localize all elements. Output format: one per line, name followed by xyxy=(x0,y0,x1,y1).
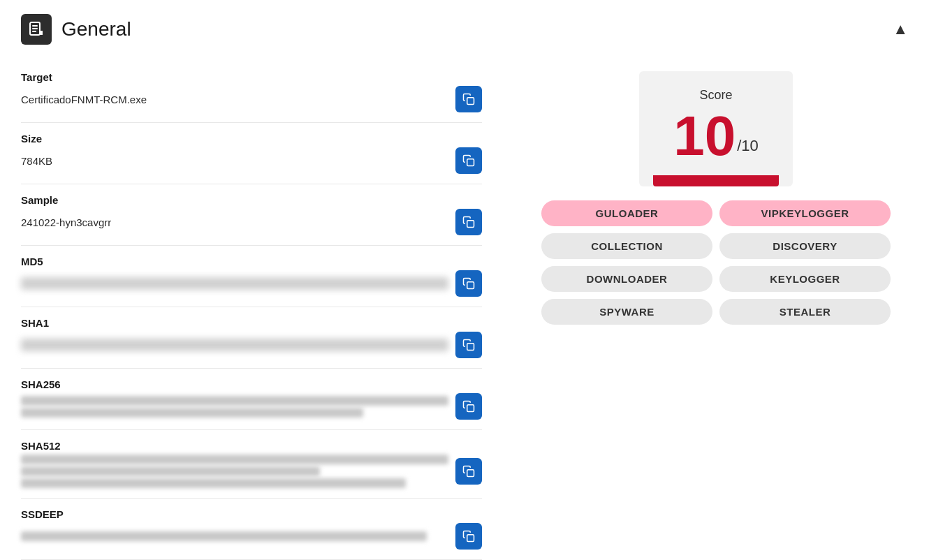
sha1-value xyxy=(21,339,448,351)
svg-rect-8 xyxy=(467,344,474,351)
field-ssdeep: SSDEEP xyxy=(21,499,482,560)
target-row: CertificadoFNMT-RCM.exe xyxy=(21,86,482,112)
field-sha1: SHA1 xyxy=(21,307,482,369)
score-display: 10/10 xyxy=(653,108,779,164)
score-card: Score 10/10 xyxy=(639,71,793,186)
sha1-copy-button[interactable] xyxy=(455,332,482,358)
sample-label: Sample xyxy=(21,194,482,206)
fields-column: Target CertificadoFNMT-RCM.exe Size 784K… xyxy=(21,71,482,560)
tag-stealer: STEALER xyxy=(719,299,891,325)
tag-spyware: SPYWARE xyxy=(541,299,712,325)
svg-rect-7 xyxy=(467,282,474,289)
tag-vipkeylogger: VIPKEYLOGGER xyxy=(719,200,891,226)
tag-guloader: GULOADER xyxy=(541,200,712,226)
tag-downloader: DOWNLOADER xyxy=(541,266,712,292)
sha256-value xyxy=(21,396,448,418)
sample-copy-button[interactable] xyxy=(455,209,482,235)
sha256-copy-button[interactable] xyxy=(455,393,482,420)
sha512-label: SHA512 xyxy=(21,440,482,452)
sha256-label: SHA256 xyxy=(21,378,482,390)
tag-keylogger: KEYLOGGER xyxy=(719,266,891,292)
svg-rect-10 xyxy=(467,470,474,477)
ssdeep-label: SSDEEP xyxy=(21,508,482,520)
score-max: /10 xyxy=(737,137,759,154)
collapse-button[interactable]: ▲ xyxy=(893,20,908,38)
page-header: General ▲ xyxy=(21,14,908,52)
main-content: Target CertificadoFNMT-RCM.exe Size 784K… xyxy=(21,71,908,560)
size-row: 784KB xyxy=(21,147,482,174)
header-left: General xyxy=(21,14,131,45)
field-sha512: SHA512 xyxy=(21,430,482,499)
md5-label: MD5 xyxy=(21,256,482,267)
md5-value xyxy=(21,277,448,290)
md5-copy-button[interactable] xyxy=(455,270,482,297)
general-icon xyxy=(21,14,52,45)
ssdeep-value xyxy=(21,531,448,541)
target-value: CertificadoFNMT-RCM.exe xyxy=(21,94,448,105)
svg-rect-4 xyxy=(467,98,474,105)
size-copy-button[interactable] xyxy=(455,147,482,174)
md5-row xyxy=(21,270,482,297)
target-label: Target xyxy=(21,71,482,83)
score-label: Score xyxy=(653,88,779,103)
sample-value: 241022-hyn3cavgrr xyxy=(21,216,448,228)
size-label: Size xyxy=(21,133,482,145)
score-column: Score 10/10 GULOADER VIPKEYLOGGER COLLEC… xyxy=(524,71,908,325)
ssdeep-copy-button[interactable] xyxy=(455,523,482,550)
sha512-row xyxy=(21,455,482,488)
sha1-row xyxy=(21,332,482,358)
score-number: 10 xyxy=(673,108,736,164)
size-value: 784KB xyxy=(21,155,448,167)
tag-collection: COLLECTION xyxy=(541,233,712,259)
target-copy-button[interactable] xyxy=(455,86,482,112)
field-md5: MD5 xyxy=(21,246,482,307)
field-size: Size 784KB xyxy=(21,123,482,184)
field-sha256: SHA256 xyxy=(21,369,482,430)
sha512-value xyxy=(21,455,448,488)
page-title: General xyxy=(61,18,131,40)
svg-rect-6 xyxy=(467,221,474,228)
score-bar xyxy=(653,175,779,186)
ssdeep-row xyxy=(21,523,482,550)
svg-rect-5 xyxy=(467,159,474,166)
sample-row: 241022-hyn3cavgrr xyxy=(21,209,482,235)
field-sample: Sample 241022-hyn3cavgrr xyxy=(21,184,482,246)
sha1-label: SHA1 xyxy=(21,317,482,329)
field-target: Target CertificadoFNMT-RCM.exe xyxy=(21,71,482,123)
svg-rect-11 xyxy=(467,535,474,542)
sha256-row xyxy=(21,393,482,420)
svg-rect-9 xyxy=(467,405,474,412)
sha512-copy-button[interactable] xyxy=(455,458,482,485)
tags-grid: GULOADER VIPKEYLOGGER COLLECTION DISCOVE… xyxy=(541,200,891,325)
tag-discovery: DISCOVERY xyxy=(719,233,891,259)
